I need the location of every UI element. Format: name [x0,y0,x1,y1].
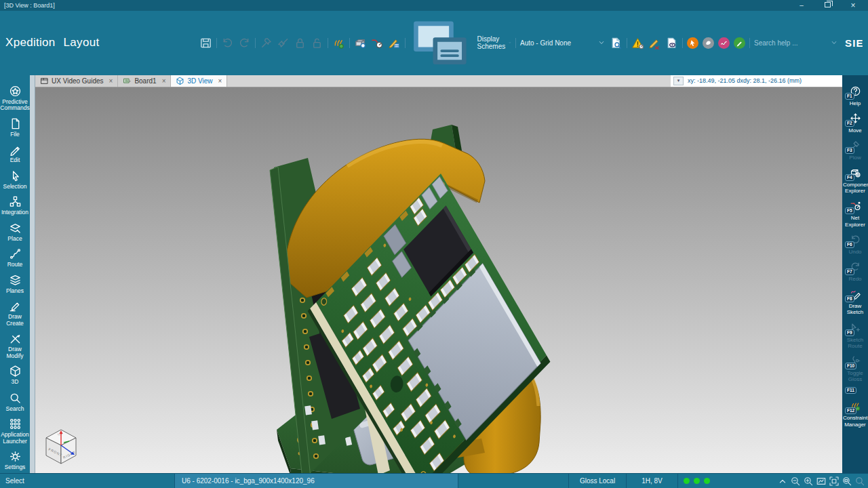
close-tab-icon[interactable]: × [162,77,166,85]
sidebar-item-label: Settings [5,464,26,471]
integration-icon [9,195,22,208]
grid-dropdown[interactable]: Auto - Grid None [520,39,606,47]
cube-icon [9,365,22,378]
sidebar-item-search[interactable]: Search [0,389,30,415]
sidebar-item-label: Selection [3,184,27,190]
shortcut-f11[interactable]: F11 [842,386,868,396]
status-selection: U6 - 6202-0016 - ic_bga_900x1400x120_96 [175,474,458,488]
hazard-highlight-button[interactable] [332,37,345,49]
shortcut-f1-help[interactable]: F1Help [842,83,868,109]
shortcut-f12-constraint-manager[interactable]: F12Constraint Manager [842,398,868,430]
edit-check-button[interactable] [648,37,661,49]
fkey-badge: F11 [845,387,856,394]
zoom-previous-button[interactable] [854,476,865,487]
titlebar: [3D View : Board1] – × [0,0,868,11]
pin-side-button[interactable] [277,37,290,49]
fit-all-button[interactable] [829,476,840,487]
shortcut-f9-sketch-route[interactable]: F9Sketch Route [842,320,868,352]
route-mode-button[interactable] [718,37,730,49]
select-mode-button[interactable] [687,37,698,49]
draw-mode-button[interactable] [734,37,745,49]
fit-board-button[interactable] [816,476,827,487]
drawcreate-icon [9,300,22,312]
sidebar-item-draw-create[interactable]: Draw Create [0,297,30,329]
fkey-badge: F8 [845,296,854,302]
shortcut-f6-undo[interactable]: F6Undo [842,232,868,258]
display-schemes-dropdown-label: Display Schemes [477,35,506,50]
tab-bar: UX Video Guides×Board1×3D View× ▾ xy: -1… [35,75,842,87]
sidebar-item-label: Planes [6,288,24,295]
pin-button[interactable] [260,37,273,49]
sidebar-item-file[interactable]: File [0,115,30,140]
tab-ux-video-guides[interactable]: UX Video Guides× [35,75,118,87]
unlock-button[interactable] [311,37,323,49]
toolbar-separator [216,38,217,48]
view-orientation-cube[interactable]: FRONT RIGHT TOP [39,424,83,466]
close-tab-icon[interactable]: × [109,77,113,85]
zoom-in-button[interactable] [803,476,814,487]
shortcut-label: Help [850,100,861,106]
save-button[interactable] [199,37,212,49]
shortcut-f5-net-explorer[interactable]: F5Net Explorer [842,198,868,230]
component-package-button[interactable] [354,37,367,49]
redo-button[interactable] [238,37,251,49]
grid-dropdown-label: Auto - Grid None [520,39,594,47]
sidebar-item-settings[interactable]: Settings [0,447,30,473]
toolbar-separator [682,38,683,48]
shortcut-f2-move[interactable]: F2Move [842,110,868,136]
shortcut-label: Net Explorer [843,215,867,227]
shortcut-label: Sketch Route [843,337,867,349]
grid9-icon [9,418,22,430]
coordinate-dropdown[interactable]: ▾ [673,77,684,85]
shortcut-f7-redo[interactable]: F7Redo [842,259,868,285]
close-button[interactable]: × [849,1,857,10]
sidebar-item-label: Application Launcher [0,432,30,445]
close-tab-icon[interactable]: × [218,77,222,85]
chevron-down-icon [597,39,606,47]
drawmod-icon [9,332,22,345]
statusbar-expand-chevron[interactable] [777,476,788,487]
sidebar-item-edit[interactable]: Edit [0,140,30,166]
sidebar-item-label: Draw Modify [0,346,30,359]
lock-button[interactable] [294,37,307,49]
sidebar-item-route[interactable]: Route [0,245,30,270]
tab-board1[interactable]: Board1× [118,75,171,87]
fkey-badge: F7 [845,268,854,275]
fkey-badge: F3 [845,147,854,154]
restore-button[interactable] [823,1,831,10]
place-mode-button[interactable] [703,37,714,49]
toolbar-separator [349,38,350,48]
minimize-button[interactable]: – [797,1,806,10]
probe-button[interactable] [371,37,384,49]
shortcut-f10-toggle-gloss[interactable]: F10Toggle Gloss [842,353,868,385]
drc-warning-button[interactable] [631,37,644,49]
shortcut-label: Redo [848,276,861,282]
annotate-button[interactable] [388,37,401,49]
shortcut-f8-draw-sketch[interactable]: F8Draw Sketch [842,286,868,318]
tab-3d-view[interactable]: 3D View× [171,75,227,87]
sidebar-item-planes[interactable]: Planes [0,271,30,297]
zoom-out-button[interactable] [790,476,801,487]
shortcut-f3-plow[interactable]: F3Plow [842,138,868,163]
sidebar-item-selection[interactable]: Selection [0,167,30,192]
app-title: Xpedition Layout [5,36,197,49]
shortcut-f4-component-explorer[interactable]: F4Component Explorer [842,165,868,197]
panel-splitter[interactable] [30,75,35,473]
sidebar-item-application-launcher[interactable]: Application Launcher [0,415,30,447]
undo-button[interactable] [221,37,234,49]
zoom-area-button[interactable] [842,476,852,487]
right-function-rail: F1HelpF2MoveF3PlowF4Component ExplorerF5… [842,75,868,473]
sidebar-item-predictive-commands[interactable]: Predictive Commands [0,82,30,114]
sidebar-item-place[interactable]: Place [0,219,30,245]
pcb-3d-viewport[interactable]: FRONT RIGHT TOP [35,87,842,473]
display-schemes-dropdown[interactable]: Display Schemes [410,11,511,75]
sidebar-item-3d[interactable]: 3D [0,362,30,388]
shortcut-label: Plow [849,155,861,161]
sidebar-item-draw-modify[interactable]: Draw Modify [0,329,30,361]
document-review-button[interactable] [665,37,678,49]
toolbar-separator [328,38,328,48]
tab-label: Board1 [134,77,156,85]
sidebar-item-integration[interactable]: Integration [0,192,30,218]
search-help-input[interactable]: Search help ... [754,39,827,47]
report-button[interactable] [610,37,623,49]
